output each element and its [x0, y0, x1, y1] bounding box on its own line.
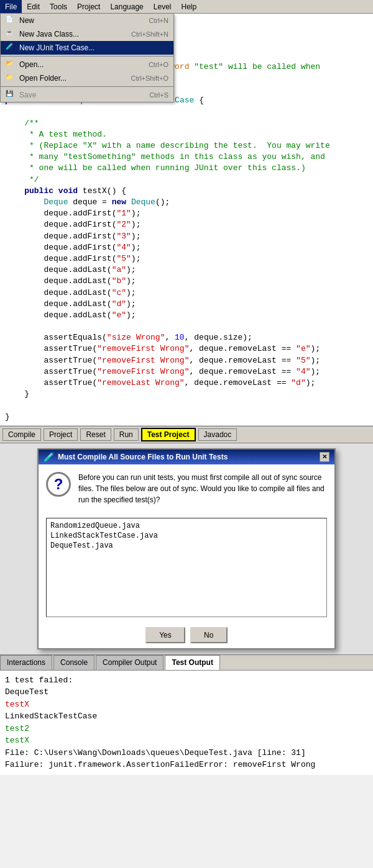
- dialog-buttons: Yes No: [39, 622, 334, 648]
- code-line-15: */: [5, 174, 368, 186]
- file-item-2: LinkedStackTestCase.java: [49, 531, 324, 541]
- junit-icon: 🧪: [6, 43, 16, 53]
- code-line-35: [5, 400, 368, 411]
- open-folder-icon: 📁: [6, 73, 16, 83]
- code-line-36: }: [5, 412, 368, 423]
- editor-toolbar: Compile Project Reset Run Test Project J…: [0, 426, 373, 443]
- output-line-4: LinkedStackTestCase: [5, 710, 368, 723]
- menu-project[interactable]: Project: [72, 0, 105, 13]
- tab-console[interactable]: Console: [53, 655, 94, 670]
- output-line-7: File: C:\Users\Wang\Downloads\queues\Deq…: [5, 747, 368, 759]
- dialog-question-icon: ?: [46, 472, 71, 497]
- file-item-3: DequeTest.java: [49, 541, 324, 551]
- tab-test-output[interactable]: Test Output: [165, 655, 219, 670]
- output-line-6: testX: [5, 735, 368, 747]
- code-line-30: assertTrue("removeFirst Wrong", deque.re…: [5, 343, 368, 355]
- reset-button[interactable]: Reset: [80, 428, 111, 441]
- code-line-26: deque.addLast("d");: [5, 299, 368, 310]
- menu-separator-1: [1, 56, 173, 57]
- code-line-29: assertEquals("size Wrong", 10, deque.siz…: [5, 332, 368, 343]
- menu-open-folder[interactable]: 📁 Open Folder... Ctrl+Shift+O: [1, 71, 173, 85]
- code-line-12: * (Replace "X" with a name describing th…: [5, 140, 368, 151]
- output-line-2: DequeTest: [5, 686, 368, 698]
- open-icon: 📂: [6, 60, 16, 70]
- code-line-11: * A test method.: [5, 129, 368, 140]
- menu-new[interactable]: 📄 New Ctrl+N: [1, 14, 173, 27]
- menu-open[interactable]: 📂 Open... Ctrl+O: [1, 58, 173, 71]
- tab-compiler-output[interactable]: Compiler Output: [96, 655, 163, 670]
- dialog-wrapper: 🧪 Must Compile All Source Files to Run U…: [0, 443, 373, 654]
- dialog-filelist[interactable]: RandomizedQueue.java LinkedStackTestCase…: [46, 518, 327, 617]
- compile-dialog: 🧪 Must Compile All Source Files to Run U…: [37, 448, 336, 649]
- output-line-3: testX: [5, 698, 368, 711]
- new-file-icon: 📄: [6, 16, 16, 25]
- menu-level[interactable]: Level: [149, 0, 177, 13]
- output-line-1: 1 test failed:: [5, 674, 368, 687]
- run-button[interactable]: Run: [114, 428, 139, 441]
- code-line-34: }: [5, 389, 368, 400]
- dialog-close-button[interactable]: ✕: [320, 452, 329, 462]
- dialog-title-icon: 🧪: [44, 452, 54, 462]
- compile-button[interactable]: Compile: [2, 428, 41, 441]
- menu-file[interactable]: File: [0, 0, 22, 13]
- code-line-18: deque.addFirst("1");: [5, 208, 368, 219]
- output-line-8: Failure: junit.framework.AssertionFailed…: [5, 759, 368, 771]
- menu-save: 💾 Save Ctrl+S: [1, 88, 173, 102]
- code-line-32: assertTrue("removeFirst Wrong", deque.re…: [5, 366, 368, 377]
- code-line-31: assertTrue("removeFirst Wrong", deque.re…: [5, 355, 368, 366]
- code-line-9: [5, 107, 368, 118]
- menu-new-java-class[interactable]: ☕ New Java Class... Ctrl+Shift+N: [1, 27, 173, 41]
- file-dropdown: 📄 New Ctrl+N ☕ New Java Class... Ctrl+Sh…: [0, 14, 174, 102]
- dialog-title-area: 🧪 Must Compile All Source Files to Run U…: [44, 452, 228, 462]
- menu-separator-2: [1, 86, 173, 87]
- save-icon: 💾: [6, 90, 16, 100]
- code-line-14: * one will be called when running JUnit …: [5, 163, 368, 174]
- output-line-5: test2: [5, 723, 368, 735]
- file-item-1: RandomizedQueue.java: [49, 521, 324, 531]
- code-line-22: deque.addFirst("5");: [5, 253, 368, 264]
- code-line-17: Deque deque = new Deque();: [5, 197, 368, 208]
- java-class-icon: ☕: [6, 29, 16, 39]
- javadoc-button[interactable]: Javadoc: [198, 428, 237, 441]
- code-line-33: assertTrue("removeLast Wrong", deque.rem…: [5, 377, 368, 389]
- code-line-25: deque.addLast("c");: [5, 287, 368, 299]
- menu-language[interactable]: Language: [105, 0, 148, 13]
- output-area: 1 test failed: DequeTest testX LinkedSta…: [0, 671, 373, 775]
- code-line-10: /**: [5, 118, 368, 129]
- dialog-body: ? Before you can run unit tests, you mus…: [39, 464, 334, 513]
- code-line-16: public void testX() {: [5, 186, 368, 197]
- menu-tools[interactable]: Tools: [45, 0, 72, 13]
- code-line-23: deque.addLast("a");: [5, 264, 368, 276]
- dialog-message: Before you can run unit tests, you must …: [78, 472, 327, 505]
- dialog-titlebar: 🧪 Must Compile All Source Files to Run U…: [39, 450, 334, 464]
- project-button[interactable]: Project: [44, 428, 78, 441]
- code-line-28: [5, 321, 368, 332]
- tabs-bar: Interactions Console Compiler Output Tes…: [0, 654, 373, 671]
- menu-edit[interactable]: Edit: [22, 0, 45, 13]
- code-line-24: deque.addLast("b");: [5, 276, 368, 287]
- dialog-no-button[interactable]: No: [190, 627, 228, 643]
- menu-bar: File Edit Tools Project Language Level H…: [0, 0, 373, 14]
- code-line-21: deque.addFirst("4");: [5, 242, 368, 253]
- code-line-20: deque.addFirst("3");: [5, 231, 368, 242]
- code-line-13: * many "testSomething" methods in this c…: [5, 151, 368, 163]
- menu-new-junit[interactable]: 🧪 New JUnit Test Case...: [1, 41, 173, 55]
- dialog-title-text: Must Compile All Source Files to Run Uni…: [58, 453, 228, 461]
- code-line-27: deque.addLast("e");: [5, 310, 368, 321]
- tab-interactions[interactable]: Interactions: [0, 655, 52, 670]
- code-line-19: deque.addFirst("2");: [5, 219, 368, 230]
- menu-help[interactable]: Help: [176, 0, 201, 13]
- test-project-button[interactable]: Test Project: [141, 428, 196, 441]
- dialog-yes-button[interactable]: Yes: [145, 627, 185, 643]
